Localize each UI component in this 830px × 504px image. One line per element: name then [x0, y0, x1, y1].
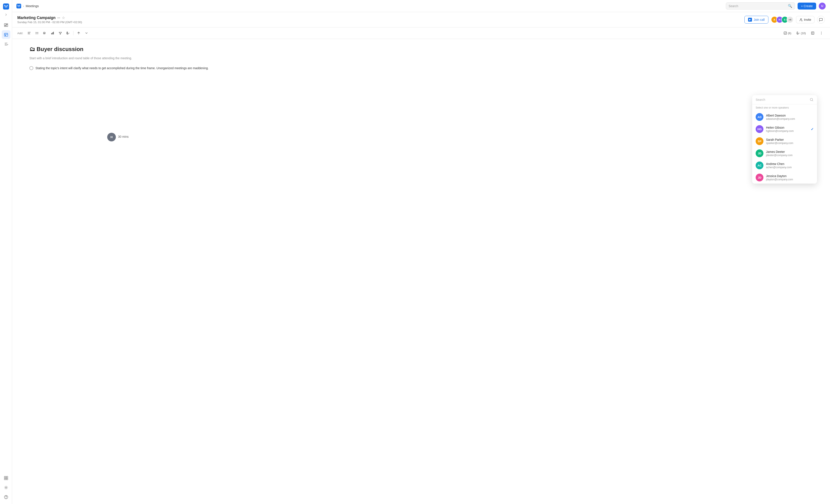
- svg-rect-2: [6, 24, 8, 25]
- attendee-count[interactable]: +4: [787, 16, 794, 23]
- chat-icon: [819, 18, 823, 22]
- toolbar-list-button[interactable]: [33, 30, 40, 36]
- svg-rect-20: [52, 32, 53, 34]
- meeting-title-area: Marketing Campaign ··· ☆ Sunday Feb 15, …: [17, 15, 82, 24]
- sidebar-collapse-icon[interactable]: [4, 13, 8, 17]
- person-avatar: SP: [756, 137, 763, 145]
- toolbar-chart-button[interactable]: [49, 30, 56, 36]
- svg-point-26: [821, 34, 822, 34]
- toolbar-attach-button[interactable]: [65, 30, 71, 36]
- person-info: Andrew Chen achen@company.com: [766, 162, 792, 169]
- sidebar-item-tasks[interactable]: [2, 40, 10, 49]
- toolbar-tasks-badge[interactable]: (6): [782, 30, 793, 36]
- topbar-logo-icon: [17, 4, 21, 8]
- join-call-button[interactable]: Join call: [744, 16, 768, 24]
- person-name: Andrew Chen: [766, 162, 792, 166]
- people-list: AD Albert Dawson adawson@company.com HG …: [752, 111, 817, 184]
- create-button[interactable]: + Create: [798, 3, 816, 9]
- meeting-subtitle: Sunday Feb 15, 01:00 PM - 02:00 PM (GMT+…: [17, 21, 82, 24]
- speaker-person-item[interactable]: AC Andrew Chen achen@company.com: [752, 159, 817, 171]
- search-bar[interactable]: 🔍: [726, 2, 795, 9]
- svg-rect-19: [51, 33, 52, 34]
- toolbar-checkbox-button[interactable]: [41, 30, 48, 36]
- user-avatar[interactable]: U: [819, 3, 826, 9]
- content-area: 🗂 Buyer discussion Start with a brief in…: [12, 39, 830, 504]
- toolbar-filter-button[interactable]: [57, 30, 64, 36]
- person-email: achen@company.com: [766, 166, 792, 169]
- meeting-actions: Join call A H S +4 Invite: [744, 16, 825, 24]
- sidebar-item-grid[interactable]: [2, 474, 10, 482]
- person-info: James Deeter jdeeter@company.com: [766, 150, 793, 157]
- meeting-star-icon[interactable]: ☆: [62, 16, 65, 20]
- sidebar-item-help[interactable]: [2, 493, 10, 501]
- person-avatar: JD: [756, 149, 763, 157]
- person-email: hgibson@company.com: [766, 129, 794, 132]
- app-logo[interactable]: [2, 3, 10, 10]
- sidebar-item-projects[interactable]: [2, 21, 10, 29]
- dropdown-search-icon: [810, 98, 813, 102]
- toolbar-dropdown-button[interactable]: [83, 30, 90, 36]
- dropdown-hint: Select one or more speakers: [752, 104, 817, 111]
- person-name: Albert Dawson: [766, 114, 795, 117]
- breadcrumb: › Meetings: [17, 4, 39, 8]
- person-email: jdayton@company.com: [766, 178, 793, 181]
- svg-rect-21: [53, 32, 54, 34]
- speaker-person-item[interactable]: AD Albert Dawson adawson@company.com: [752, 111, 817, 123]
- sidebar-item-settings[interactable]: [2, 483, 10, 492]
- toolbar-outline-button[interactable]: [809, 30, 816, 36]
- svg-point-27: [810, 98, 813, 101]
- speaker-person-item[interactable]: HG Helen Gibson hgibson@company.com ✓: [752, 123, 817, 135]
- todo-checkbox[interactable]: [29, 66, 33, 70]
- person-avatar: HG: [756, 125, 763, 133]
- person-avatar: JD: [756, 174, 763, 181]
- search-input[interactable]: [729, 4, 786, 8]
- search-icon: 🔍: [788, 4, 792, 8]
- person-name: James Deeter: [766, 150, 793, 154]
- breadcrumb-chevron-icon: ›: [23, 4, 24, 8]
- tasks-icon: [784, 31, 787, 35]
- person-name: Sarah Parker: [766, 138, 793, 141]
- svg-rect-3: [6, 25, 8, 27]
- svg-rect-9: [4, 478, 6, 480]
- todo-item: Stating the topic's intent will clarify …: [29, 66, 813, 70]
- svg-point-25: [821, 33, 822, 33]
- meeting-title: Marketing Campaign ··· ☆: [17, 15, 82, 20]
- svg-rect-10: [6, 478, 8, 480]
- speaker-person-item[interactable]: JD Jessica Dayton jdayton@company.com: [752, 171, 817, 184]
- person-email: sparker@company.com: [766, 141, 793, 145]
- chat-button[interactable]: [817, 16, 825, 24]
- person-info: Sarah Parker sparker@company.com: [766, 138, 793, 145]
- svg-rect-5: [4, 33, 8, 36]
- invite-icon: [799, 18, 803, 22]
- person-info: Albert Dawson adawson@company.com: [766, 114, 795, 120]
- svg-point-17: [35, 33, 36, 34]
- svg-point-11: [5, 487, 7, 488]
- toolbar-more-button[interactable]: [75, 30, 82, 36]
- toolbar-text-button[interactable]: [26, 30, 33, 36]
- doc-subtitle: Start with a brief introduction and roun…: [29, 56, 813, 61]
- speaker-time: 30 mins: [118, 135, 129, 138]
- svg-rect-1: [4, 24, 6, 25]
- person-check-icon: ✓: [811, 127, 813, 131]
- person-avatar: AC: [756, 161, 763, 169]
- toolbar-right: (6) (10): [782, 30, 825, 36]
- attachment-icon: [797, 31, 800, 35]
- main-content: Marketing Campaign ··· ☆ Sunday Feb 15, …: [12, 12, 830, 504]
- meeting-header: Marketing Campaign ··· ☆ Sunday Feb 15, …: [12, 12, 830, 28]
- sidebar-item-calendar[interactable]: [2, 30, 10, 39]
- person-info: Helen Gibson hgibson@company.com: [766, 126, 794, 132]
- speaker-avatar[interactable]: H: [107, 133, 116, 141]
- breadcrumb-title: Meetings: [26, 4, 39, 8]
- invite-button[interactable]: Invite: [796, 16, 815, 23]
- doc-title: 🗂 Buyer discussion: [29, 46, 813, 53]
- dropdown-search-container: [752, 95, 817, 104]
- todo-text: Stating the topic's intent will clarify …: [35, 66, 209, 70]
- speaker-person-item[interactable]: JD James Deeter jdeeter@company.com: [752, 147, 817, 159]
- svg-rect-4: [4, 26, 6, 27]
- meeting-options-icon[interactable]: ···: [57, 16, 60, 20]
- toolbar-attachments-badge[interactable]: (10): [795, 30, 807, 36]
- toolbar-more-options-button[interactable]: [818, 30, 825, 36]
- speaker-person-item[interactable]: SP Sarah Parker sparker@company.com: [752, 135, 817, 147]
- topbar: › Meetings 🔍 + Create U: [12, 0, 830, 12]
- speaker-search-input[interactable]: [756, 98, 808, 101]
